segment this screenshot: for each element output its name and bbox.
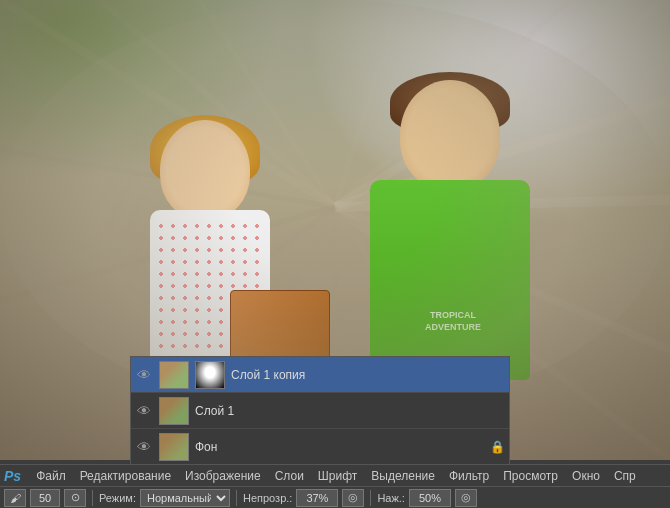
separator [236,490,237,506]
pressure-label: Наж.: [377,492,405,504]
layer-thumbnail [159,361,189,389]
layer-thumbnail [159,397,189,425]
mode-label: Режим: [99,492,136,504]
opacity-icon[interactable]: ◎ [342,489,364,507]
layer-row[interactable]: 👁 Слой 1 копия [131,357,509,393]
layer-name-label: Слой 1 копия [231,368,505,382]
layer-row[interactable]: 👁 Слой 1 [131,393,509,429]
pressure-icon[interactable]: ◎ [455,489,477,507]
pressure-input[interactable] [409,489,451,507]
menu-window[interactable]: Окно [565,467,607,485]
separator [92,490,93,506]
options-toolbar: 🖌 ⊙ Режим: Нормальный Непрозр.: ◎ Наж.: … [0,486,670,508]
mode-select[interactable]: Нормальный [140,489,230,507]
layer-visibility-toggle[interactable]: 👁 [135,366,153,384]
brush-tool-icon[interactable]: 🖌 [4,489,26,507]
menu-font[interactable]: Шрифт [311,467,364,485]
brush-size-input[interactable] [30,489,60,507]
layer-mask-thumbnail [195,361,225,389]
brush-preset-icon[interactable]: ⊙ [64,489,86,507]
separator [370,490,371,506]
menu-layers[interactable]: Слои [268,467,311,485]
layer-visibility-toggle[interactable]: 👁 [135,402,153,420]
opacity-label: Непрозр.: [243,492,292,504]
layer-visibility-toggle[interactable]: 👁 [135,438,153,456]
layer-name-label: Фон [195,440,483,454]
layer-row[interactable]: 👁 Фон 🔒 [131,429,509,465]
menu-image[interactable]: Изображение [178,467,268,485]
menu-edit[interactable]: Редактирование [73,467,178,485]
menu-view[interactable]: Просмотр [496,467,565,485]
menu-bar: Ps Файл Редактирование Изображение Слои … [0,464,670,486]
menu-filter[interactable]: Фильтр [442,467,496,485]
opacity-input[interactable] [296,489,338,507]
layers-panel: 👁 Слой 1 копия 👁 Слой 1 👁 Фон 🔒 [130,356,510,466]
layer-name-label: Слой 1 [195,404,505,418]
menu-help[interactable]: Спр [607,467,643,485]
lock-icon: 🔒 [489,439,505,455]
menu-file[interactable]: Файл [29,467,73,485]
layer-thumbnail [159,433,189,461]
menu-select[interactable]: Выделение [364,467,442,485]
brush-size-group [30,489,60,507]
ps-logo: Ps [4,468,21,484]
